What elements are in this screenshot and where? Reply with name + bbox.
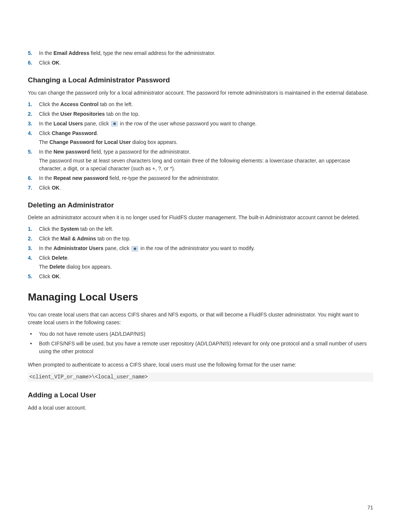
step-item: 6. In the Repeat new password field, re‑… <box>28 174 373 182</box>
step-text-bold: Change Password <box>52 130 97 136</box>
step-text-bold: Administrator Users <box>53 245 104 251</box>
step-text-post: . <box>67 255 69 261</box>
changing-password-steps: 1. Click the Access Control tab on the l… <box>28 101 373 192</box>
step-number: 3. <box>28 120 32 128</box>
step-item: 2. Click the User Repositories tab on th… <box>28 110 373 118</box>
step-item: 2. Click the Mail & Admins tab on the to… <box>28 235 373 243</box>
step-item: 1. Click the Access Control tab on the l… <box>28 101 373 108</box>
paragraph-auth-prompt: When prompted to authenticate to access … <box>28 361 373 369</box>
step-text-bold: Delete <box>52 255 67 261</box>
step-number: 7. <box>28 184 32 192</box>
step-text-pre: Click <box>39 60 52 66</box>
step-text-post: field, type the new email address for th… <box>89 50 215 56</box>
step-number: 3. <box>28 244 32 252</box>
step-number: 6. <box>28 174 32 182</box>
step-text-pre: Click <box>39 130 52 136</box>
step-text-bold: OK <box>52 60 59 66</box>
gear-icon <box>111 121 118 127</box>
heading-deleting-admin: Deleting an Administrator <box>28 200 373 211</box>
step-number: 5. <box>28 49 32 57</box>
step-subtext: The Change Password for Local User dialo… <box>39 138 373 146</box>
step-text-pre: Click <box>39 255 52 261</box>
step-item: 7. Click OK. <box>28 184 373 192</box>
paragraph-deleting-admin: Delete an administrator account when it … <box>28 214 373 221</box>
step-text-post: . <box>97 130 98 136</box>
heading-adding-user: Adding a Local User <box>28 390 373 401</box>
step-text-pre: In the <box>39 149 53 155</box>
step-item: 5. Click OK. <box>28 273 373 280</box>
step-text-bold: Repeat new password <box>53 175 108 181</box>
step-item: 1. Click the System tab on the left. <box>28 225 373 233</box>
step-text-post: in the row of the administrator you want… <box>139 245 255 251</box>
step-number: 1. <box>28 101 32 108</box>
step-text-post: tab on the left. <box>98 101 133 107</box>
deleting-admin-steps: 1. Click the System tab on the left. 2. … <box>28 225 373 280</box>
step-text-bold: Access Control <box>61 101 99 107</box>
step-text-pre: In the <box>39 245 53 251</box>
step-text-bold: System <box>61 226 79 232</box>
step-item: 4. Click Change Password. The Change Pas… <box>28 129 373 146</box>
step-text-post: tab on the top. <box>96 236 131 242</box>
heading-managing-users: Managing Local Users <box>28 289 373 305</box>
step-item: 5. In the Email Address field, type the … <box>28 49 373 57</box>
step-text-bold: User Repositories <box>61 111 105 117</box>
paragraph-changing-password: You can change the password only for a l… <box>28 89 373 97</box>
step-item: 4. Click Delete. The Delete dialog box a… <box>28 254 373 271</box>
step-text-bold: Email Address <box>53 50 89 56</box>
step-text-bold: New password <box>53 149 90 155</box>
step-text-pre: Click the <box>39 101 61 107</box>
step-text-post: field, re‑type the password for the admi… <box>108 175 219 181</box>
gear-icon <box>131 246 138 252</box>
managing-users-bullets: You do not have remote users (AD/LDAP/NI… <box>28 330 373 355</box>
step-item: 3. In the Administrator Users pane, clic… <box>28 244 373 252</box>
bullet-item: Both CIFS/NFS will be used, but you have… <box>28 340 373 355</box>
step-number: 4. <box>28 254 32 262</box>
step-text-pre: In the <box>39 50 53 56</box>
step-number: 5. <box>28 148 32 156</box>
step-text-bold: Mail & Admins <box>61 236 96 242</box>
step-text-pre: In the <box>39 175 53 181</box>
heading-changing-password: Changing a Local Administrator Password <box>28 75 373 86</box>
step-text-pre: Click the <box>39 226 61 232</box>
step-number: 2. <box>28 110 32 118</box>
top-continuation-steps: 5. In the Email Address field, type the … <box>28 49 373 67</box>
step-text-post: tab on the left. <box>79 226 113 232</box>
step-number: 4. <box>28 129 32 137</box>
step-text-post: field, type a password for the administr… <box>90 149 190 155</box>
bullet-item: You do not have remote users (AD/LDAP/NI… <box>28 330 373 338</box>
step-text-pre: Click <box>39 185 52 191</box>
step-text-mid: pane, click <box>83 121 110 127</box>
step-text-bold: Local Users <box>53 121 83 127</box>
step-subtext: The password must be at least seven char… <box>39 157 373 173</box>
paragraph-managing-users: You can create local users that can acce… <box>28 311 373 326</box>
step-text-post: . <box>59 60 61 66</box>
step-text-post: tab on the top. <box>105 111 139 117</box>
paragraph-adding-user: Add a local user account. <box>28 404 373 412</box>
step-subtext: The Delete dialog box appears. <box>39 263 373 271</box>
step-text-mid: pane, click <box>104 245 131 251</box>
step-item: 3. In the Local Users pane, click in the… <box>28 120 373 128</box>
step-text-post: in the row of the user whose password yo… <box>118 121 257 127</box>
step-text-bold: OK <box>52 185 59 191</box>
step-text-pre: Click <box>39 273 52 279</box>
step-number: 2. <box>28 235 32 243</box>
code-username-format: <client_VIP_or_name>\<local_user_name> <box>28 372 373 382</box>
step-item: 6. Click OK. <box>28 59 373 67</box>
step-text-bold: OK <box>52 273 59 279</box>
step-text-post: . <box>59 185 61 191</box>
step-text-pre: In the <box>39 121 53 127</box>
step-number: 1. <box>28 225 32 233</box>
step-item: 5. In the New password field, type a pas… <box>28 148 373 173</box>
step-number: 5. <box>28 273 32 280</box>
page-number: 71 <box>367 504 373 512</box>
step-text-pre: Click the <box>39 236 61 242</box>
step-number: 6. <box>28 59 32 67</box>
step-text-post: . <box>59 273 61 279</box>
step-text-pre: Click the <box>39 111 61 117</box>
